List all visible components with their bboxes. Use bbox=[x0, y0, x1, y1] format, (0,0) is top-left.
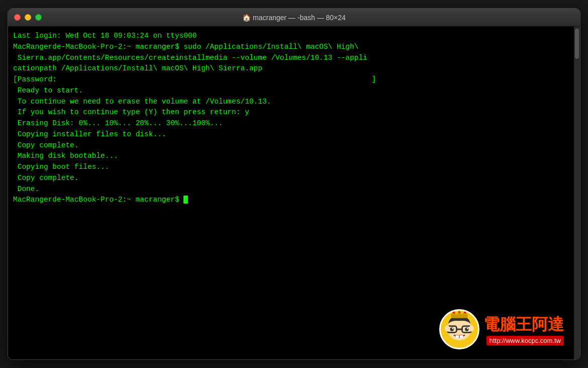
svg-point-10 bbox=[469, 325, 473, 332]
window-title: 🏠 macranger — -bash — 80×24 bbox=[242, 14, 346, 22]
svg-rect-18 bbox=[456, 335, 459, 338]
scrollbar[interactable] bbox=[574, 27, 580, 359]
brand-url: http://www.kocpc.com.tw bbox=[486, 336, 564, 345]
close-button[interactable] bbox=[14, 14, 21, 21]
watermark: 電腦王阿達 http://www.kocpc.com.tw bbox=[439, 309, 564, 349]
home-icon: 🏠 bbox=[242, 14, 251, 22]
svg-point-7 bbox=[452, 328, 453, 329]
svg-point-16 bbox=[458, 311, 460, 313]
terminal-cursor bbox=[183, 196, 188, 204]
scrollbar-thumb[interactable] bbox=[575, 29, 579, 59]
terminal-body[interactable]: Last login: Wed Oct 18 09:03:24 on ttys0… bbox=[8, 27, 574, 359]
svg-point-5 bbox=[450, 327, 454, 331]
terminal-window: 🏠 macranger — -bash — 80×24 Last login: … bbox=[8, 8, 580, 360]
terminal-area: Last login: Wed Oct 18 09:03:24 on ttys0… bbox=[8, 27, 580, 359]
traffic-lights bbox=[14, 14, 42, 21]
svg-rect-11 bbox=[451, 314, 467, 318]
svg-point-15 bbox=[453, 312, 455, 314]
maximize-button[interactable] bbox=[35, 14, 42, 21]
svg-point-8 bbox=[467, 328, 468, 329]
brand-name: 電腦王阿達 bbox=[483, 314, 564, 336]
watermark-logo: 電腦王阿達 http://www.kocpc.com.tw bbox=[439, 309, 564, 349]
minimize-button[interactable] bbox=[25, 14, 31, 21]
terminal-output: Last login: Wed Oct 18 09:03:24 on ttys0… bbox=[13, 31, 569, 206]
svg-point-17 bbox=[464, 312, 466, 314]
watermark-text: 電腦王阿達 http://www.kocpc.com.tw bbox=[483, 314, 564, 345]
avatar bbox=[439, 309, 479, 349]
svg-point-9 bbox=[445, 325, 449, 332]
svg-point-6 bbox=[465, 327, 468, 331]
svg-rect-19 bbox=[460, 335, 463, 338]
titlebar: 🏠 macranger — -bash — 80×24 bbox=[8, 9, 580, 27]
